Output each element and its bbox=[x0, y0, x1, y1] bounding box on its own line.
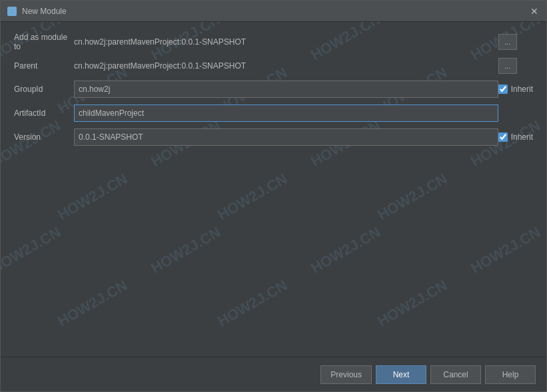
close-button[interactable]: ✕ bbox=[529, 6, 540, 17]
version-inherit-checkbox[interactable] bbox=[498, 132, 508, 142]
group-id-input[interactable] bbox=[74, 81, 498, 98]
artifact-id-label: ArtifactId bbox=[14, 108, 74, 118]
version-inherit-label: Inherit bbox=[511, 132, 533, 142]
previous-button[interactable]: Previous bbox=[320, 365, 372, 384]
parent-value: cn.how2j:parentMavenProject:0.0.1-SNAPSH… bbox=[74, 61, 498, 71]
version-inherit-row: Inherit bbox=[498, 132, 533, 142]
parent-browse-button[interactable]: ... bbox=[498, 58, 517, 74]
form: Add as module to cn.how2j:parentMavenPro… bbox=[14, 33, 533, 146]
add-as-module-browse-button[interactable]: ... bbox=[498, 34, 517, 50]
group-id-label: GroupId bbox=[14, 85, 74, 94]
new-module-dialog: New Module ✕ HOW2J.CN HOW2J.CN HOW2J.CN … bbox=[0, 0, 547, 392]
help-button[interactable]: Help bbox=[485, 365, 536, 384]
group-id-inherit-label: Inherit bbox=[511, 85, 533, 94]
version-label: Version bbox=[14, 132, 74, 142]
next-button[interactable]: Next bbox=[376, 365, 426, 384]
cancel-button[interactable]: Cancel bbox=[430, 365, 481, 384]
dialog-title: New Module bbox=[22, 7, 524, 16]
dialog-content: HOW2J.CN HOW2J.CN HOW2J.CN HOW2J.CN HOW2… bbox=[1, 22, 546, 357]
group-id-inherit-checkbox[interactable] bbox=[498, 85, 508, 94]
dialog-icon bbox=[7, 7, 17, 16]
dialog-footer: Previous Next Cancel Help bbox=[1, 357, 546, 391]
title-bar: New Module ✕ bbox=[1, 1, 546, 22]
artifact-id-input[interactable] bbox=[74, 104, 498, 122]
add-as-module-label: Add as module to bbox=[14, 33, 74, 51]
add-as-module-value: cn.how2j:parentMavenProject:0.0.1-SNAPSH… bbox=[74, 37, 498, 47]
version-input[interactable] bbox=[74, 128, 498, 146]
group-id-inherit-row: Inherit bbox=[498, 85, 533, 94]
parent-label: Parent bbox=[14, 61, 74, 71]
